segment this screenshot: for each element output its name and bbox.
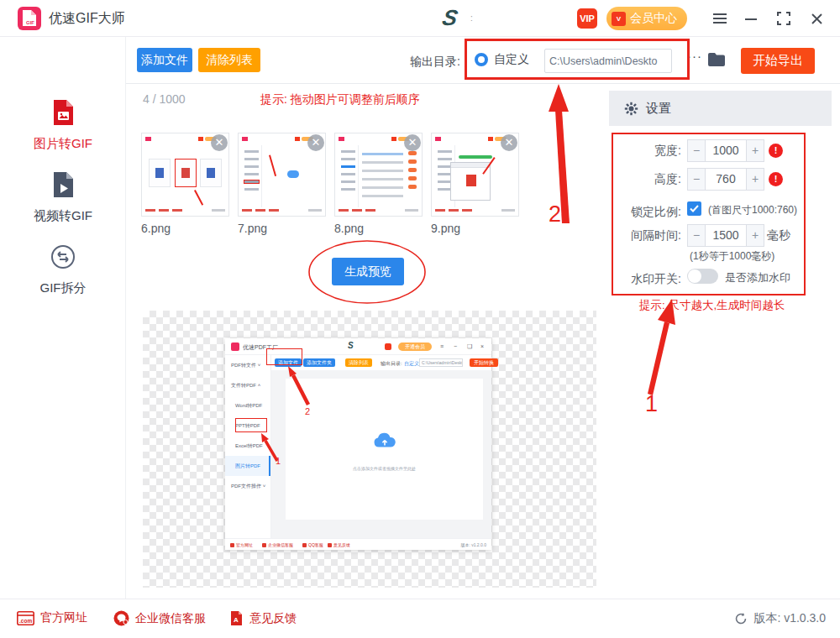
- interval-decrement-button[interactable]: −: [687, 224, 706, 247]
- folder-icon[interactable]: [707, 52, 726, 71]
- watermark-toggle[interactable]: [687, 269, 718, 284]
- thumbnail-image[interactable]: ✕: [334, 133, 423, 217]
- output-path-input[interactable]: [544, 49, 672, 73]
- thumbnail-item[interactable]: ✕ 7.png: [238, 133, 326, 235]
- footer: .com 官方网址 企业微信客服 A 意见反馈 版本: v1.0.3.0: [0, 599, 840, 638]
- mini-sidebar-item: 文件转PDF ˄: [225, 375, 270, 395]
- mini-app-title: 优速PDF工厂: [243, 343, 278, 352]
- thumbnail-item[interactable]: ✕ 8.png: [334, 133, 423, 235]
- mini-titlebar: 优速PDF工厂 S 开通会员 ≡ − ❏ ×: [225, 338, 491, 355]
- settings-header: 设置: [609, 91, 832, 126]
- interval-value[interactable]: 1500: [706, 224, 746, 247]
- version-label: 版本: v1.0.3.0: [753, 611, 826, 626]
- mini-website-icon: [230, 543, 234, 547]
- wechat-support-link[interactable]: 企业微信客服: [113, 610, 206, 626]
- preview-screenshot: 优速PDF工厂 S 开通会员 ≡ − ❏ × 添加文件 添加文件夹 清除列表 输…: [225, 338, 491, 550]
- split-arrows-icon: [48, 242, 78, 272]
- remove-thumbnail-button[interactable]: ✕: [501, 134, 517, 151]
- mini-main-area: 点击添加文件或者拖拽文件至此处: [271, 370, 491, 538]
- thumbnail-art: [459, 155, 492, 159]
- clear-list-button[interactable]: 清除列表: [198, 48, 260, 72]
- thumbnail-item[interactable]: ✕ 9.png: [431, 133, 519, 235]
- menu-icon[interactable]: [711, 10, 729, 27]
- radio-selected-icon: [475, 53, 488, 66]
- sidebar: 图片转GIF 视频转GIF GIF拆分: [0, 37, 126, 599]
- thumbnail-filename: 9.png: [431, 222, 519, 235]
- mini-vip-icon: [385, 343, 391, 350]
- vip-icon[interactable]: VIP: [577, 8, 597, 29]
- add-files-button[interactable]: 添加文件: [137, 48, 192, 72]
- generate-preview-button[interactable]: 生成预览: [332, 258, 404, 285]
- thumbnail-filename: 8.png: [334, 222, 423, 235]
- settings-title: 设置: [646, 101, 671, 117]
- titlebar: GIF 优速GIF大师 S : VIP V 会员中心: [0, 0, 840, 37]
- sidebar-item-gif-split[interactable]: GIF拆分: [0, 242, 126, 296]
- width-decrement-button[interactable]: −: [687, 139, 706, 162]
- thumbnail-item[interactable]: ✕ 6.png: [141, 133, 229, 235]
- toggle-knob: [688, 269, 701, 283]
- height-increment-button[interactable]: +: [746, 168, 764, 191]
- sidebar-item-video-to-gif[interactable]: 视频转GIF: [0, 170, 126, 224]
- mini-sidebar-item: Word转PDF: [225, 395, 270, 416]
- interval-note: (1秒等于1000毫秒): [690, 249, 774, 264]
- interval-increment-button[interactable]: +: [746, 224, 764, 247]
- start-export-button[interactable]: 开始导出: [741, 48, 815, 74]
- app-logo-icon: GIF: [18, 7, 41, 30]
- mini-output-label: 输出目录:: [381, 360, 402, 368]
- close-icon[interactable]: [807, 10, 826, 27]
- member-center-button[interactable]: V 会员中心: [606, 7, 687, 30]
- interval-label: 间隔时间:: [609, 228, 681, 243]
- gear-icon: [624, 102, 638, 116]
- size-warning-tip: 提示: 尺寸越大,生成时间越长: [639, 298, 785, 313]
- thumbnail-art: [408, 147, 417, 189]
- thumbnail-filename: 7.png: [238, 222, 326, 235]
- thumbnail-image[interactable]: ✕: [238, 133, 326, 217]
- settings-panel: 设置 宽度: − 1000 + ! 高度: − 760 + ! 锁定比例:: [609, 84, 832, 599]
- image-document-icon: [48, 97, 78, 128]
- mini-upload-cloud-icon: [373, 431, 396, 449]
- width-setting-row: 宽度: − 1000 + !: [609, 139, 832, 163]
- output-dir-label: 输出目录:: [410, 55, 460, 70]
- minimize-icon[interactable]: [742, 10, 760, 27]
- height-decrement-button[interactable]: −: [687, 168, 706, 191]
- maximize-icon[interactable]: [774, 10, 793, 27]
- width-increment-button[interactable]: +: [746, 139, 764, 162]
- more-options-button[interactable]: ···: [687, 49, 702, 63]
- interval-setting-row: 间隔时间: − 1500 + 毫秒: [609, 224, 832, 248]
- feedback-link[interactable]: A 意见反馈: [229, 610, 297, 626]
- svg-text:GIF: GIF: [26, 20, 34, 25]
- thumbnail-image[interactable]: ✕: [141, 133, 229, 217]
- mini-footer: 官方网址 企业微信客服 QQ客服 意见反馈 版本: v1.2.0.0: [225, 538, 491, 550]
- mini-speed-logo-icon: S: [348, 341, 354, 350]
- custom-dir-radio[interactable]: 自定义: [475, 52, 529, 67]
- height-stepper: − 760 +: [687, 168, 764, 191]
- speed-logo-icon: S: [440, 5, 459, 31]
- lock-ratio-checkbox[interactable]: [687, 201, 701, 216]
- thumbnail-art: [339, 145, 359, 207]
- website-icon: .com: [17, 611, 34, 625]
- svg-text:A: A: [234, 616, 239, 624]
- width-value[interactable]: 1000: [706, 139, 746, 162]
- mini-footer-item: QQ客服: [302, 542, 323, 547]
- mini-drop-zone: 点击添加文件或者拖拽文件至此处: [286, 379, 483, 520]
- check-icon: [690, 205, 699, 212]
- sidebar-item-image-to-gif[interactable]: 图片转GIF: [0, 97, 126, 152]
- remove-thumbnail-button[interactable]: ✕: [404, 134, 421, 151]
- mini-member-button: 开通会员: [398, 343, 432, 351]
- preview-canvas: 优速PDF工厂 S 开通会员 ≡ − ❏ × 添加文件 添加文件夹 清除列表 输…: [143, 311, 596, 588]
- mini-start-convert-button: 开始转换: [470, 358, 498, 367]
- remove-thumbnail-button[interactable]: ✕: [307, 134, 324, 151]
- mini-upload-hint: 点击添加文件或者拖拽文件至此处: [286, 466, 483, 471]
- thumbnail-art: [242, 209, 322, 212]
- main-area: 4 / 1000 提示: 拖动图片可调整前后顺序 ✕ 6.png ✕: [126, 84, 609, 599]
- vip-icon: V: [612, 12, 626, 26]
- version-info: 版本: v1.0.3.0: [734, 611, 826, 626]
- video-document-icon: [48, 170, 78, 200]
- thumbnail-image[interactable]: ✕: [431, 133, 519, 217]
- remove-thumbnail-button[interactable]: ✕: [211, 134, 228, 151]
- mini-toolbar: 添加文件 添加文件夹 清除列表 输出目录: 自定义 C:\Users\admin…: [271, 355, 491, 370]
- official-website-link[interactable]: .com 官方网址: [17, 610, 87, 625]
- wechat-icon: [113, 610, 129, 626]
- height-value[interactable]: 760: [706, 168, 746, 191]
- lock-ratio-label: 锁定比例:: [609, 205, 681, 220]
